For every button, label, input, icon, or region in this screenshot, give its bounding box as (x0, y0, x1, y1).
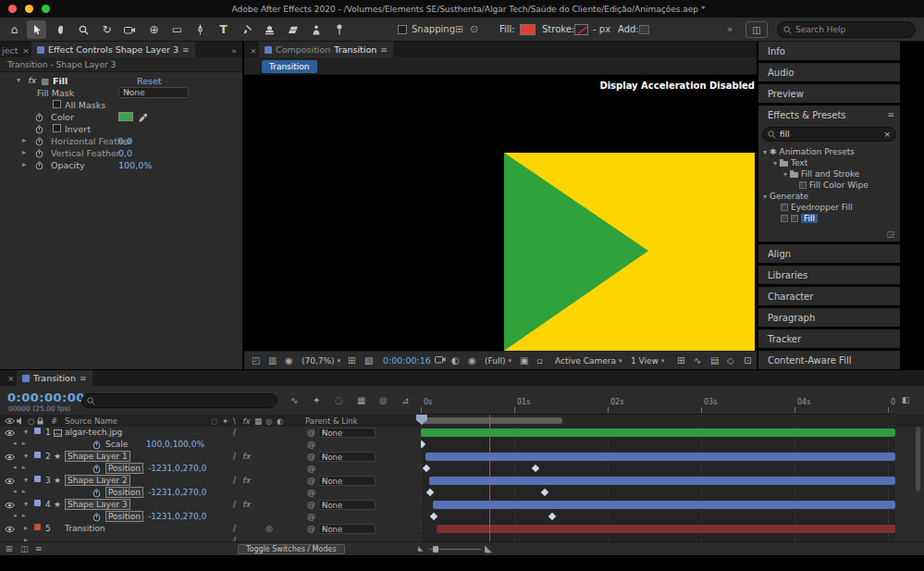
layer-name[interactable]: Transition (65, 524, 105, 533)
time-ruler[interactable]: 0s01s02s03s04s05s (421, 390, 895, 415)
twirl-down-icon[interactable]: ▾ (773, 159, 777, 168)
quality-switch[interactable]: / (233, 476, 236, 485)
zoom-out-mountain-icon[interactable]: ◣ (418, 545, 423, 552)
hand-tool-icon[interactable] (51, 20, 70, 39)
layer-name[interactable]: Shape Layer 1 (65, 451, 130, 462)
hfeather-value[interactable]: 0,0 (118, 136, 132, 146)
expand-transfer-controls-icon[interactable]: ◫ (20, 544, 29, 553)
keyframe-nav-right-icon[interactable]: ▸ (22, 440, 26, 447)
property-value[interactable]: -1231,0,270,0 (148, 488, 206, 497)
quality-switch[interactable]: / (233, 428, 236, 437)
home-icon[interactable]: ⌂ (5, 20, 24, 39)
vfeather-value[interactable]: 0,0 (118, 148, 132, 158)
keyframe-nav-left-icon[interactable]: ◂ (13, 464, 17, 471)
property-name[interactable]: Scale (105, 440, 128, 449)
eye-icon[interactable] (5, 478, 15, 485)
effects-presets-header[interactable]: Effects & Presets ≡ (758, 106, 900, 124)
effect-name[interactable]: Fill (53, 76, 68, 86)
show-snapshot-icon[interactable]: ◐ (451, 355, 460, 366)
tree-item-animation-presets[interactable]: ▾✱ Animation Presets (758, 146, 900, 157)
always-preview-icon[interactable]: ◰ (252, 355, 260, 366)
current-time-indicator-line[interactable] (489, 415, 490, 541)
pen-tool-icon[interactable] (191, 20, 210, 39)
stopwatch-icon[interactable] (92, 489, 101, 498)
keyframe-diamond[interactable] (541, 489, 548, 496)
property-row-position[interactable]: ◂ ▸ Position -1231,0,270,0 @ (0, 487, 421, 499)
parent-dropdown[interactable]: None▾ (318, 500, 376, 510)
property-pickwhip-icon[interactable]: @ (307, 488, 315, 497)
expand-layer-switches-icon[interactable]: ⊞ (6, 544, 13, 553)
transparency-grid-icon[interactable]: ▫ (536, 355, 543, 366)
twirl-right-icon[interactable]: ▸ (22, 148, 26, 156)
tracker-panel-header[interactable]: Tracker (758, 329, 900, 348)
rotation-tool-icon[interactable]: ↻ (97, 20, 117, 39)
property-row-position[interactable]: ◂ ▸ Position -1231,0,270,0 @ (0, 463, 421, 475)
keyframe-nav-right-icon[interactable]: ▸ (22, 464, 26, 471)
fx-switch[interactable]: fx (242, 500, 251, 509)
view-layout-select[interactable]: 1 View▾ (631, 354, 664, 367)
hfeather-stopwatch-icon[interactable] (35, 137, 43, 146)
layer-color-chip[interactable] (34, 500, 41, 506)
pixel-aspect-icon[interactable]: ⊞ (677, 355, 684, 366)
eye-icon[interactable] (5, 453, 15, 461)
layer-name[interactable]: Shape Layer 3 (65, 499, 130, 510)
effects-search-input[interactable] (780, 130, 880, 139)
snapping-feature-icon[interactable]: ⊙ (470, 23, 478, 35)
rectangle-tool-icon[interactable]: ▭ (167, 20, 187, 39)
eraser-tool-icon[interactable] (283, 20, 302, 39)
zoom-slider-handle[interactable] (433, 546, 438, 552)
parent-pickwhip-icon[interactable]: @ (307, 428, 315, 437)
property-name[interactable]: Position (105, 487, 143, 498)
panel-menu-icon[interactable]: ≡ (182, 45, 190, 55)
composition-tab[interactable]: Composition Transition ≡ (259, 42, 393, 57)
parent-dropdown[interactable]: None▾ (318, 452, 376, 462)
draft-preview-icon[interactable]: ◉ (285, 355, 293, 366)
brush-tool-icon[interactable] (237, 20, 256, 39)
graph-editor-icon[interactable]: ⊿ (401, 395, 409, 405)
layer-duration-bar[interactable] (425, 453, 895, 461)
layer-row-5[interactable]: ▸ 5 Transition / ◎ @ None▾ (0, 523, 421, 535)
fast-previews-icon[interactable]: ∿ (694, 355, 701, 366)
property-row-scale[interactable]: ◂ ▸ Scale 100,0,100,0% @ (0, 439, 421, 451)
project-tab-partial[interactable]: ject (2, 45, 18, 56)
twirl-down-icon[interactable]: ▾ (783, 170, 787, 179)
layer-duration-bar[interactable] (429, 477, 895, 485)
info-panel-header[interactable]: Info (758, 42, 900, 60)
property-pickwhip-icon[interactable]: @ (307, 464, 315, 473)
keyframe-diamond[interactable] (426, 489, 434, 496)
panel-menu-icon[interactable]: ≡ (887, 110, 894, 119)
layer-color-chip[interactable] (34, 476, 41, 482)
magnification-select[interactable]: (70,7%)▾ (302, 354, 340, 367)
content-aware-fill-panel-header[interactable]: Content-Aware Fill (758, 351, 900, 369)
preview-panel-header[interactable]: Preview (758, 84, 900, 103)
layer-row-3[interactable]: ▾ 3 ★ Shape Layer 2 / fx @ None▾ (0, 475, 421, 487)
close-tab-icon[interactable]: × (7, 374, 15, 383)
timeline-button-icon[interactable]: ▤ (710, 355, 719, 366)
timeline-timecode[interactable]: 0:00:00:00 (7, 391, 85, 404)
layer-row-1[interactable]: ▾ 1 algar-tech.jpg / @ None▾ (0, 427, 421, 439)
eyedropper-icon[interactable] (139, 113, 148, 122)
fill-mask-dropdown[interactable]: None ▾ (118, 87, 189, 98)
twirl-down-icon[interactable]: ▾ (763, 148, 767, 156)
vfeather-stopwatch-icon[interactable] (35, 149, 43, 158)
help-search-input[interactable] (795, 25, 897, 34)
parent-pickwhip-icon[interactable]: @ (307, 500, 315, 509)
snapping-checkbox[interactable] (398, 25, 407, 34)
exposure-icon[interactable]: ⊡ (744, 355, 751, 366)
source-name-column-label[interactable]: Source Name (65, 416, 117, 426)
parent-pickwhip-icon[interactable]: @ (307, 476, 315, 485)
tree-item-fill[interactable]: Fill (758, 213, 900, 224)
layer-color-chip[interactable] (34, 524, 41, 530)
eye-icon[interactable] (5, 502, 15, 509)
composition-viewport[interactable]: Display Acceleration Disabled (244, 75, 757, 351)
effect-header-row[interactable]: ▾ fx ▦ Fill Reset (0, 75, 242, 87)
parent-pickwhip-icon[interactable]: @ (307, 452, 315, 461)
twirl-right-icon[interactable]: ▸ (24, 524, 28, 532)
timeline-tab[interactable]: Transition ≡ (17, 370, 92, 386)
property-value[interactable]: -1231,0,270,0 (148, 512, 206, 521)
selection-tool-icon[interactable] (27, 20, 46, 39)
keyframe-nav-left-icon[interactable]: ◂ (13, 440, 17, 447)
clone-stamp-tool-icon[interactable] (260, 20, 279, 39)
parent-link-column-label[interactable]: Parent & Link (305, 416, 358, 426)
show-channels-icon[interactable]: ◉ (468, 355, 476, 366)
